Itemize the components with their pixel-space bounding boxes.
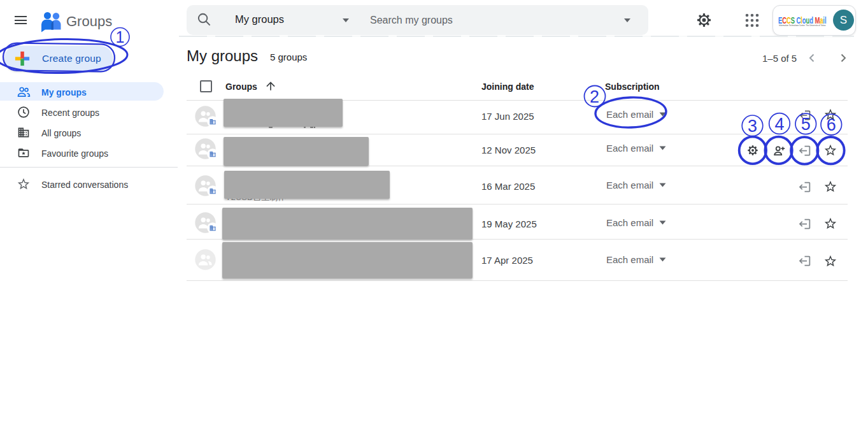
svg-text:4: 4 [774, 115, 784, 134]
svg-text:2: 2 [590, 87, 599, 106]
svg-text:3: 3 [748, 117, 757, 136]
svg-text:1: 1 [116, 28, 125, 46]
